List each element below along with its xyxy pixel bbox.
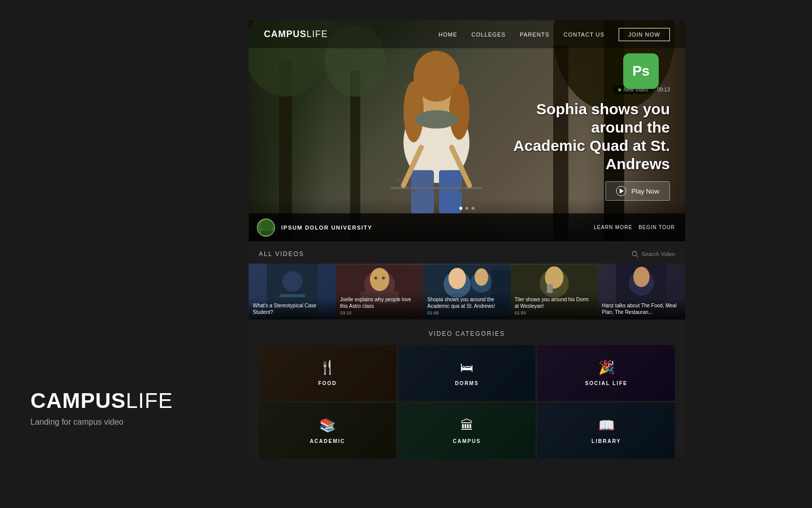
join-now-button[interactable]: JOIN NOW	[619, 28, 670, 41]
svg-point-27	[282, 271, 302, 292]
svg-point-31	[370, 268, 389, 291]
university-info: IPSUM DOLOR UNIVERSITY	[257, 218, 373, 237]
badge-dot	[618, 88, 621, 91]
video-card-2[interactable]: Shopia shows you around the Academic qua…	[423, 264, 511, 320]
video-card-title-1: Joelle explains why people love this Ast…	[340, 296, 419, 309]
video-grid: What's a Stereotypical Case Student?	[249, 264, 685, 320]
play-now-button[interactable]: Play Now	[605, 181, 670, 201]
video-card-title-3: Tiler shows you around his Dorm at Wesle…	[515, 296, 594, 309]
video-card-1[interactable]: Joelle explains why people love this Ast…	[336, 264, 423, 320]
nav-home[interactable]: HOME	[438, 31, 457, 38]
categories-grid: 🍴 FOOD 🛏 DORMS 🎉 SOCIAL LIFE 📚 ACADEMIC …	[259, 345, 675, 459]
brand-bold: CAMPUS	[30, 389, 126, 412]
play-label: Play Now	[631, 187, 659, 195]
main-container: CAMPUSLIFE HOME COLLEGES PARENTS CONTACT…	[249, 20, 685, 459]
library-label: LIBRARY	[592, 438, 621, 444]
svg-line-25	[636, 256, 638, 258]
ps-badge-label: Ps	[632, 63, 650, 79]
videos-search[interactable]: Search Video	[631, 250, 675, 258]
hero-title-line1: Sophia shows you around the	[536, 101, 670, 136]
food-label: FOOD	[318, 380, 337, 386]
dot-3[interactable]	[471, 207, 475, 210]
nav-logo: CAMPUSLIFE	[264, 29, 328, 40]
library-icon: 📖	[598, 418, 615, 433]
hero-person	[370, 41, 502, 213]
svg-point-39	[475, 268, 488, 285]
brand-title: CAMPUSLIFE	[30, 390, 173, 411]
videos-section: ALL VIDEOS Search Video	[249, 241, 685, 320]
videos-header: ALL VIDEOS Search Video	[249, 250, 685, 264]
svg-rect-28	[280, 294, 305, 297]
categories-header: VIDEO CATEGORIES	[259, 329, 675, 338]
search-icon	[631, 250, 638, 258]
play-circle-icon	[616, 186, 626, 196]
learn-more-button[interactable]: LEARN MORE	[594, 225, 632, 230]
video-card-duration-2: 01:48	[427, 310, 506, 315]
hero-duration: 09:13	[657, 87, 670, 92]
university-thumbnail	[257, 218, 275, 237]
university-name: IPSUM DOLOR UNIVERSITY	[281, 225, 373, 231]
category-social[interactable]: 🎉 SOCIAL LIFE	[537, 345, 675, 401]
svg-point-22	[261, 220, 273, 231]
video-card-duration-1: 03:10	[340, 310, 419, 315]
svg-point-13	[415, 110, 458, 129]
video-card-title-2: Shopia shows you around the Academic qua…	[427, 296, 506, 309]
categories-title: VIDEO CATEGORIES	[429, 330, 505, 337]
nav-links: HOME COLLEGES PARENTS CONTACT US JOIN NO…	[438, 28, 670, 41]
dot-2[interactable]	[465, 207, 468, 210]
category-dorms[interactable]: 🛏 DORMS	[398, 345, 536, 401]
category-food[interactable]: 🍴 FOOD	[259, 345, 396, 401]
svg-point-12	[449, 84, 469, 140]
category-academic[interactable]: 📚 ACADEMIC	[259, 403, 396, 459]
nav-logo-bold: CAMPUS	[264, 29, 307, 39]
svg-point-24	[632, 251, 637, 256]
left-branding: CAMPUSLIFE Landing for campus video	[30, 390, 173, 427]
begin-tour-button[interactable]: BEGIN TOUR	[638, 225, 675, 230]
social-label: SOCIAL LIFE	[585, 380, 628, 386]
video-card-4[interactable]: Hanz talks about The Food, Meal Plan, Th…	[598, 264, 685, 320]
hero-title-line2: Academic Quad at St. Andrews	[514, 137, 670, 172]
svg-point-34	[382, 276, 385, 279]
svg-point-47	[633, 267, 650, 287]
social-icon: 🎉	[598, 360, 615, 375]
categories-section: VIDEO CATEGORIES 🍴 FOOD 🛏 DORMS 🎉 SOCIAL…	[249, 320, 685, 459]
video-card-3[interactable]: Tiler shows you around his Dorm at Wesle…	[511, 264, 598, 320]
play-triangle-icon	[620, 188, 624, 194]
dorms-label: DORMS	[455, 380, 479, 386]
university-bar: IPSUM DOLOR UNIVERSITY LEARN MORE BEGIN …	[249, 213, 685, 241]
video-card-overlay-1: Joelle explains why people love this Ast…	[336, 292, 423, 320]
ps-badge: Ps	[623, 53, 659, 89]
nav-logo-light: LIFE	[307, 29, 328, 39]
nav-parents[interactable]: PARENTS	[520, 31, 549, 38]
university-actions: LEARN MORE BEGIN TOUR	[594, 225, 675, 230]
nav-bar: CAMPUSLIFE HOME COLLEGES PARENTS CONTACT…	[249, 20, 685, 48]
svg-point-33	[374, 276, 377, 279]
videos-title: ALL VIDEOS	[259, 250, 304, 258]
nav-colleges[interactable]: COLLEGES	[471, 31, 505, 38]
brand-light: LIFE	[126, 389, 173, 412]
svg-point-37	[449, 268, 466, 289]
hero-text-overlay: New Video 09:13 Sophia shows you around …	[497, 85, 670, 201]
video-card-title-4: Hanz talks about The Food, Meal Plan, Th…	[602, 302, 681, 315]
svg-rect-23	[261, 231, 273, 235]
slider-dots	[459, 207, 475, 210]
dorms-icon: 🛏	[460, 360, 473, 375]
video-card-duration-3: 01:55	[515, 310, 594, 315]
video-card-0[interactable]: What's a Stereotypical Case Student?	[249, 264, 336, 320]
video-card-overlay-4: Hanz talks about The Food, Meal Plan, Th…	[598, 298, 685, 320]
video-card-overlay-2: Shopia shows you around the Academic qua…	[423, 292, 511, 320]
svg-point-11	[403, 81, 424, 142]
search-label: Search Video	[641, 251, 675, 257]
campus-icon: 🏛	[460, 418, 473, 433]
category-campus[interactable]: 🏛 CAMPUS	[398, 403, 536, 459]
brand-subtitle: Landing for campus video	[30, 418, 173, 427]
hero-section: CAMPUSLIFE HOME COLLEGES PARENTS CONTACT…	[249, 20, 685, 241]
category-library[interactable]: 📖 LIBRARY	[537, 403, 675, 459]
video-card-overlay-0: What's a Stereotypical Case Student?	[249, 298, 336, 320]
nav-contact[interactable]: CONTACT US	[564, 31, 605, 38]
dot-1[interactable]	[459, 207, 462, 210]
video-card-overlay-3: Tiler shows you around his Dorm at Wesle…	[511, 292, 598, 320]
video-card-title-0: What's a Stereotypical Case Student?	[253, 302, 332, 315]
hero-title: Sophia shows you around the Academic Qua…	[497, 100, 670, 173]
food-icon: 🍴	[319, 360, 335, 375]
